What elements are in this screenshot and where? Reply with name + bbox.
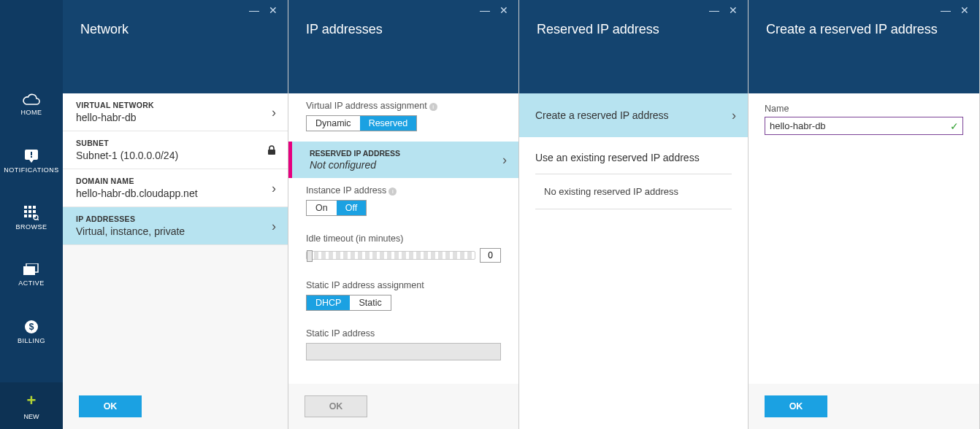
sidebar-item-label: ACTIVE: [18, 279, 45, 287]
sidebar-item-browse[interactable]: BROWSE: [0, 190, 63, 247]
lock-icon: [267, 145, 276, 155]
slider-thumb[interactable]: [307, 250, 313, 262]
grid-icon: [24, 206, 39, 220]
row-label: IP ADDRESSES: [76, 214, 275, 223]
blade-body: VIRTUAL NETWORK hello-habr-db › SUBNET S…: [63, 93, 288, 384]
idle-timeout-label: Idle timeout (in minutes): [306, 233, 501, 244]
chevron-right-icon: ›: [272, 218, 276, 233]
divider: [535, 174, 732, 174]
chevron-right-icon: ›: [502, 152, 507, 168]
svg-rect-1: [31, 152, 32, 155]
svg-line-13: [37, 219, 39, 220]
sidebar-item-notifications[interactable]: NOTIFICATIONS: [0, 133, 63, 190]
row-value: Virtual, instance, private: [76, 225, 275, 237]
blade-body: Name ✓: [749, 93, 979, 384]
sidebar-item-billing[interactable]: $ BILLING: [0, 304, 63, 360]
close-icon[interactable]: ✕: [497, 4, 511, 16]
name-field-label: Name: [765, 104, 963, 114]
idle-timeout-slider[interactable]: [306, 251, 475, 260]
row-subnet[interactable]: SUBNET Subnet-1 (10.0.0.0/24): [63, 131, 288, 169]
static-assign-toggle: DHCP Static: [306, 295, 391, 311]
toggle-static[interactable]: Static: [350, 295, 390, 310]
row-reserved-ip[interactable]: RESERVED IP ADDRESS Not configured ›: [288, 142, 518, 178]
empty-state-text: No existing reserved IP address: [519, 177, 748, 206]
svg-rect-7: [28, 210, 31, 213]
blade-footer: OK: [288, 384, 518, 429]
chevron-right-icon: ›: [272, 180, 276, 196]
vip-assignment-label: Virtual IP address assignmenti: [306, 101, 501, 111]
plus-icon: +: [27, 391, 37, 410]
blade-body: Virtual IP address assignmenti Dynamic R…: [288, 93, 518, 384]
toggle-dynamic[interactable]: Dynamic: [307, 116, 360, 131]
row-ip-addresses[interactable]: IP ADDRESSES Virtual, instance, private …: [63, 207, 288, 245]
vip-toggle: Dynamic Reserved: [306, 115, 417, 131]
minimize-icon[interactable]: —: [707, 4, 721, 16]
sidebar-item-home[interactable]: HOME: [0, 76, 63, 133]
info-icon[interactable]: i: [388, 188, 397, 196]
minimize-icon[interactable]: —: [247, 4, 261, 16]
blade-header: — ✕ Network: [63, 0, 288, 93]
svg-rect-18: [268, 150, 275, 155]
row-label: DOMAIN NAME: [76, 177, 275, 185]
blade-header: — ✕ IP addresses: [288, 0, 518, 93]
cloud-icon: [22, 93, 41, 106]
blade-network: — ✕ Network VIRTUAL NETWORK hello-habr-d…: [63, 0, 288, 429]
ok-button[interactable]: OK: [305, 395, 367, 417]
toggle-off[interactable]: Off: [337, 201, 366, 215]
blade-reserved-ip: — ✕ Reserved IP address Create a reserve…: [519, 0, 749, 429]
svg-rect-14: [23, 266, 35, 275]
toggle-on[interactable]: On: [307, 201, 337, 215]
minimize-icon[interactable]: —: [938, 4, 953, 16]
divider: [535, 209, 732, 209]
blade-create-reserved-ip: — ✕ Create a reserved IP address Name ✓ …: [749, 0, 980, 429]
sidebar-item-label: BROWSE: [15, 223, 47, 231]
row-label: RESERVED IP ADDRESS: [310, 149, 505, 158]
chevron-right-icon: ›: [732, 108, 736, 123]
static-ip-label: Static IP address: [306, 328, 501, 339]
row-value: Subnet-1 (10.0.0.0/24): [76, 150, 275, 161]
blades-container: — ✕ Network VIRTUAL NETWORK hello-habr-d…: [63, 0, 980, 429]
sidebar-item-label: HOME: [21, 109, 42, 116]
svg-rect-4: [28, 206, 31, 209]
notification-icon: [23, 149, 39, 163]
name-input[interactable]: [765, 117, 963, 135]
blade-footer: OK: [63, 384, 288, 429]
row-domain-name[interactable]: DOMAIN NAME hello-habr-db.cloudapp.net ›: [63, 169, 288, 207]
check-icon: ✓: [950, 120, 959, 132]
ok-button[interactable]: OK: [765, 395, 827, 417]
row-text: Create a reserved IP address: [535, 109, 669, 121]
minimize-icon[interactable]: —: [478, 4, 492, 16]
static-ip-input: [306, 343, 501, 360]
toggle-reserved[interactable]: Reserved: [360, 116, 417, 131]
row-label: VIRTUAL NETWORK: [76, 101, 275, 109]
blade-footer: OK: [749, 384, 979, 429]
sidebar-item-new[interactable]: + NEW: [0, 382, 63, 429]
idle-timeout-value: 0: [480, 248, 501, 263]
blade-body: Create a reserved IP address › Use an ex…: [519, 93, 748, 429]
windows-icon: [23, 263, 39, 277]
blade-header: — ✕ Create a reserved IP address: [749, 0, 979, 93]
sidebar-item-label: BILLING: [18, 337, 45, 344]
close-icon[interactable]: ✕: [266, 4, 280, 16]
chevron-right-icon: ›: [272, 104, 276, 120]
toggle-dhcp[interactable]: DHCP: [307, 295, 350, 310]
row-value: hello-habr-db: [76, 112, 275, 123]
sidebar-item-label: NOTIFICATIONS: [4, 166, 58, 174]
row-label: SUBNET: [76, 139, 275, 147]
instance-ip-toggle: On Off: [306, 200, 367, 216]
info-icon[interactable]: i: [429, 103, 437, 111]
row-value: hello-habr-db.cloudapp.net: [76, 188, 275, 199]
blade-header: — ✕ Reserved IP address: [519, 0, 748, 93]
instance-ip-label: Instance IP addressi: [306, 185, 501, 196]
row-virtual-network[interactable]: VIRTUAL NETWORK hello-habr-db ›: [63, 93, 288, 131]
ok-button[interactable]: OK: [79, 395, 142, 417]
close-icon[interactable]: ✕: [726, 4, 740, 16]
close-icon[interactable]: ✕: [957, 4, 972, 16]
svg-rect-2: [31, 156, 32, 158]
sidebar-item-active[interactable]: ACTIVE: [0, 247, 63, 304]
svg-rect-9: [24, 214, 27, 217]
static-assign-label: Static IP address assignment: [306, 280, 501, 290]
row-create-reserved-ip[interactable]: Create a reserved IP address ›: [519, 93, 748, 137]
svg-rect-5: [33, 206, 36, 209]
blade-ip-addresses: — ✕ IP addresses Virtual IP address assi…: [288, 0, 519, 429]
